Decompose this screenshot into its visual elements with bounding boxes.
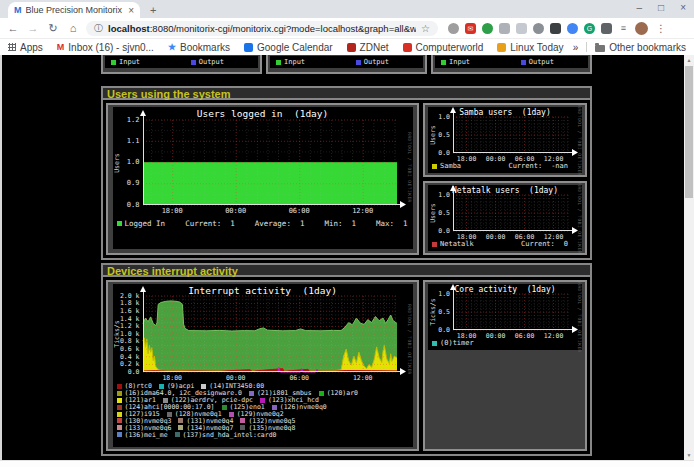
maximize-button[interactable]: □ [658, 2, 664, 13]
scrollbar-thumb[interactable] [685, 66, 693, 198]
legend-color-swatch [117, 384, 122, 389]
chart-plot-area [143, 296, 397, 372]
page-info-icon[interactable]: ⓘ [94, 22, 103, 35]
legend-input: Input [441, 58, 470, 66]
minimize-button[interactable]: – [637, 2, 643, 13]
chart-legend: (0)timer [432, 339, 578, 347]
search-extension-icon[interactable] [448, 23, 459, 34]
screenshot-extension-icon[interactable] [550, 23, 561, 34]
stat-current: Current:1 [185, 219, 235, 228]
copy-extension-icon[interactable] [499, 23, 510, 34]
bookmark-linux-today[interactable]: Linux Today [497, 42, 563, 53]
pocket-extension-icon[interactable] [567, 23, 578, 34]
back-icon[interactable]: ← [6, 22, 20, 34]
legend-color-swatch [117, 398, 122, 403]
legend-color-swatch [117, 405, 122, 410]
legend-label: (137)snd_hda_intel:card0 [183, 431, 277, 439]
top-strip-graph-1: InputOutput [105, 56, 258, 68]
browser-tab[interactable]: M Blue Precision Monitorix × [8, 2, 140, 18]
window-close-button[interactable]: × [680, 2, 686, 13]
tab-title: Blue Precision Monitorix [26, 5, 125, 15]
privacy-extension-icon[interactable] [533, 23, 544, 34]
bookmarks-label: Bookmarks [180, 42, 230, 53]
home-icon[interactable]: ⌂ [66, 22, 80, 34]
window-bottom-edge [0, 460, 694, 467]
section-users-title: Users using the system [103, 88, 590, 100]
legend-label: Output [529, 58, 554, 66]
address-bar[interactable]: ⓘ localhost:8080/monitorix-cgi/monitorix… [86, 21, 438, 36]
y-tick-label: 0.0 [424, 149, 450, 157]
samba-users-chart[interactable]: Samba users (1day)UsersRRDTOOL / TOBI OE… [428, 107, 582, 173]
scroll-up-icon[interactable]: ▲ [684, 55, 694, 65]
legend-color-swatch [117, 221, 122, 226]
section-users: Users using the system Users logged in (… [101, 86, 592, 260]
scroll-down-icon[interactable]: ▼ [684, 450, 694, 460]
session-extension-icon[interactable] [482, 23, 493, 34]
url-path: :8080/monitorix-cgi/monitorix.cgi?mode=l… [150, 23, 416, 34]
reload-icon[interactable]: ↻ [46, 22, 60, 35]
users-logged-in-chart[interactable]: Users logged in (1day)UsersRRDTOOL / TOB… [113, 107, 413, 249]
bookmark-google-calendar[interactable]: Google Calendar [244, 42, 333, 53]
stat-current: Current:-nan [508, 162, 568, 170]
legend-color-swatch [272, 405, 277, 410]
y-tick-label: 1.1 [114, 137, 140, 145]
computerworld-icon [403, 43, 412, 52]
extensions-puzzle-icon[interactable] [601, 23, 612, 34]
legend-color-swatch [178, 425, 183, 430]
legend-color-swatch [167, 412, 172, 417]
legend-label: Input [119, 58, 140, 66]
url-host: localhost [108, 23, 150, 34]
legend-color-swatch [260, 398, 265, 403]
legend-label: (120)ar0 [327, 389, 358, 397]
stat-value: 1 [230, 219, 235, 228]
core-activity-chart[interactable]: Core activity (1day)Ticks/sRRDTOOL / TOB… [428, 284, 582, 350]
legend-color-swatch [432, 341, 437, 346]
x-tick-label: 06:00 [286, 374, 312, 382]
y-tick-label: 1.2 [114, 116, 140, 124]
other-bookmarks-button[interactable]: Other bookmarks [595, 42, 686, 53]
apps-icon [8, 43, 16, 51]
vertical-scrollbar[interactable]: ▲ ▼ [684, 55, 694, 460]
chart-plot-area [453, 117, 569, 153]
legend-color-swatch [117, 412, 122, 417]
reading-list-icon[interactable]: ≡ [618, 23, 629, 34]
x-tick-label: 12:00 [350, 374, 376, 382]
bookmark-star-icon[interactable]: ☆ [421, 23, 430, 34]
stat-label: Current: [185, 219, 221, 228]
x-tick-label: 00:00 [223, 207, 249, 215]
legend-color-swatch [229, 412, 234, 417]
browser-menu-icon[interactable]: ⋮ [656, 23, 666, 34]
interrupt-activity-panel: Interrupt activity (1day)Ticks/sRRDTOOL … [106, 280, 419, 451]
netatalk-users-chart[interactable]: Netatalk users (1day)UsersRRDTOOL / TOBI… [428, 185, 582, 251]
rrdtool-watermark: RRDTOOL / TOBI OETIKER [576, 117, 582, 163]
legend-color-swatch [175, 432, 180, 437]
notes-extension-icon[interactable] [516, 23, 527, 34]
bookmark-apps[interactable]: Apps [8, 42, 43, 53]
mail-checker-extension-icon[interactable]: ✉ [465, 23, 476, 34]
x-tick-label: 06:00 [286, 207, 312, 215]
chart-legend: Logged InCurrent:1Average:1Min:1Max:1 [117, 219, 409, 228]
legend-label: (136)mei_me [125, 431, 168, 439]
bookmark-bookmarks[interactable]: ★Bookmarks [168, 42, 230, 53]
legend-item: (137)snd_hda_intel:card0 [175, 431, 277, 439]
y-tick-label: 0.0 [424, 326, 450, 334]
bookmark-inbox[interactable]: MInbox (16) - sjvn0... [57, 42, 154, 53]
stat-label: Min: [324, 219, 342, 228]
grammarly-extension-icon[interactable]: G [584, 23, 595, 34]
profile-avatar[interactable] [635, 22, 648, 35]
legend-row: (136)mei_me(137)snd_hda_intel:card0 [117, 431, 411, 438]
chart-plot-area [453, 195, 569, 231]
new-tab-button[interactable]: + [150, 4, 156, 16]
legend-label: (0)timer [440, 339, 474, 347]
interrupt-activity-chart[interactable]: Interrupt activity (1day)Ticks/sRRDTOOL … [113, 284, 413, 447]
forward-icon[interactable]: → [26, 22, 40, 34]
bookmarks-overflow-icon[interactable]: » [573, 42, 579, 53]
users-logged-in-panel: Users logged in (1day)UsersRRDTOOL / TOB… [106, 103, 419, 255]
bookmark-computerworld[interactable]: Computerworld [403, 42, 484, 53]
legend-item: (0)timer [432, 339, 474, 347]
tab-close-icon[interactable]: × [128, 5, 134, 16]
bookmark-zdnet[interactable]: ZDNet [347, 42, 389, 53]
stat-value: 0 [564, 240, 568, 248]
top-strip-panel-2: InputOutput [266, 55, 427, 74]
top-strip-graph-3: InputOutput [435, 56, 588, 68]
